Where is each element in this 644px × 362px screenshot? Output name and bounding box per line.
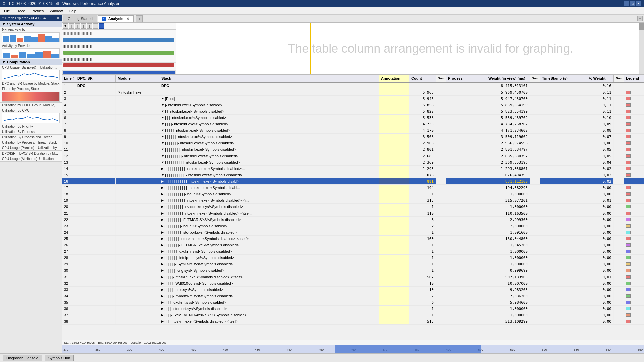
table-row[interactable]: 35 ▶| | | |- dxgkrnl.sys!<Symbols disabl… (62, 299, 644, 306)
left-item-util-proc-thread[interactable]: Utilization By Process and Thread (0, 135, 62, 140)
table-row[interactable]: 27 ▶| | | | | | |- dxgkrnl.sys!<Symbols … (62, 248, 644, 255)
timeline-btn-4[interactable]: | (81, 23, 86, 29)
th-dpc[interactable]: DPC/ISR (75, 75, 116, 82)
th-weight[interactable]: Weight (in view) (ms) (486, 75, 530, 82)
table-row[interactable]: 23 ▶| | | | | | | | |- hal.dll!<Symbols … (62, 223, 644, 229)
table-row[interactable]: 14 ▶| | | | | | | | | | |- ntoskrnl.exe!… (62, 166, 644, 172)
left-item-util-priority[interactable]: Utilization By Priority (0, 124, 62, 129)
menu-window[interactable]: Window (47, 8, 65, 14)
th-annotation[interactable]: Annotation (379, 75, 409, 82)
table-row[interactable]: 17 ▶| | | | | | | | | | | |- ntoskrnl.ex… (62, 185, 644, 191)
th-line-label: Line # (64, 76, 75, 80)
diagnostic-console-button[interactable]: Diagnostic Console (3, 355, 42, 361)
left-item-flame[interactable]: Flame by Process, Stack (0, 86, 62, 103)
table-row[interactable]: 36 ▶| | | |- storport.sys!<Symbols disab… (62, 306, 644, 312)
table-row[interactable]: 13 ▼| | | | | | | | | |- ntoskrnl.exe!<S… (62, 159, 644, 166)
table-row[interactable]: 34 ▶| | | | |- nvlddmkm.sys!<Symbols dis… (62, 293, 644, 299)
graph-explorer-close[interactable]: ✕ (57, 16, 60, 20)
left-item-dpc-isr[interactable]: DPC and ISR Usage by Module, Stack (0, 81, 62, 86)
table-row[interactable]: 5 ▼| |- ntoskrnl.exe!<Symbols disabled> … (62, 108, 644, 115)
th-line[interactable]: Line # (62, 75, 75, 82)
table-row[interactable]: 20 ▶| | | | | | | | | |- nvlddmkm.sys!<S… (62, 204, 644, 210)
menu-profiles[interactable]: Profiles (29, 8, 46, 14)
timeline-track[interactable]: 370 380 390 400 410 420 430 440 450 460 … (62, 345, 644, 353)
timeline-btn-3[interactable]: | (75, 23, 80, 29)
table-row[interactable]: 2 ▼ntoskrnl.exe 5 968 5 969,450700 0,11 (62, 89, 644, 96)
left-item-coff[interactable]: Utilization by COFF Group, Module,... (0, 103, 62, 108)
table-row[interactable]: 12 ▼| | | | | | | | |- ntoskrnl.exe!<Sym… (62, 153, 644, 159)
section-computation[interactable]: ▼ Computation (0, 59, 62, 65)
th-legend[interactable]: Legend (624, 75, 644, 82)
bottom-timeline: Start: 369,870143600s End: 560,425436800… (62, 340, 644, 353)
minimize-button[interactable]: — (624, 1, 629, 6)
table-row[interactable]: 9 ▼| | | | | |- ntoskrnl.exe!<Symbols di… (62, 134, 644, 140)
th-process[interactable]: Process (446, 75, 486, 82)
table-row-selected[interactable]: 16 ▶| | | | | | | | | | | |- ntoskrnl.ex… (62, 178, 644, 185)
table-row[interactable]: 24 ▶| | | | | | | | |- storport.sys!<Sym… (62, 229, 644, 236)
menu-trace[interactable]: Trace (13, 8, 28, 14)
table-row[interactable]: 37 ▶| | | |- SYMEVENT64x86.SYS!<Symbols … (62, 312, 644, 318)
left-item-util-proc-thread-stack[interactable]: Utilization by Process, Thread, Stack (0, 140, 62, 145)
table-row[interactable]: 26 ▶| | | | | | | |- FLTMGR.SYS!<Symbols… (62, 242, 644, 248)
table-row[interactable]: 31 ▶| | | | |- ntoskrnl.exe!<Symbols dis… (62, 274, 644, 280)
th-stack[interactable]: Stack (159, 75, 379, 82)
table-row[interactable]: 15 ▼| | | | | | | | | | |- ntoskrnl.exe!… (62, 172, 644, 178)
panel-right-button[interactable]: ≡ (637, 16, 643, 21)
section-system-activity[interactable]: ▼ System Activity (0, 21, 62, 27)
timeline-btn-1[interactable]: ▼ (63, 23, 68, 29)
table-row[interactable]: 10 ▼| | | | | | |- ntoskrnl.exe!<Symbols… (62, 140, 644, 146)
table-row[interactable]: 32 ▶| | | | |- Wdf01000.sys!<Symbols dis… (62, 280, 644, 287)
table-row[interactable]: 11 ▼| | | | | | | |- ntoskrnl.exe!<Symbo… (62, 146, 644, 153)
tab-getting-started[interactable]: Getting Started (63, 15, 97, 22)
th-module[interactable]: Module (116, 75, 159, 82)
left-item-generic-events[interactable]: Generic Events (0, 27, 62, 43)
table-row[interactable]: 25 ▶| | | | | | | |- ntoskrnl.exe!<Symbo… (62, 236, 644, 242)
title-text: XL-PC.04-03-2020.01-08-15.etl - Windows … (3, 1, 119, 6)
th-count[interactable]: Count (409, 75, 436, 82)
table-row[interactable]: 21 ▶| | | | | | | | | |- ntoskrnl.exe!<S… (62, 210, 644, 217)
new-tab-button[interactable]: + (136, 15, 143, 22)
table-row[interactable]: 4 ▼|- ntoskrnl.exe!<Symbols disabled> 5 … (62, 102, 644, 108)
table-row[interactable]: 38 ▶| | |- ntoskrnl.exe!<Symbols disable… (62, 318, 644, 325)
table-row[interactable]: 22 ▶| | | | | | | | |- FLTMGR.SYS!<Symbo… (62, 217, 644, 223)
menu-file[interactable]: File (1, 8, 13, 14)
th-pctweight[interactable]: % Weight (587, 75, 614, 82)
tab-close-button[interactable]: ✕ (126, 17, 129, 21)
title-bar: XL-PC.04-03-2020.01-08-15.etl - Windows … (0, 0, 644, 7)
left-item-dpc-isr2[interactable]: DPC/ISR DPC/ISR Duration by Mod... (0, 151, 62, 156)
table-row[interactable]: 28 ▶| | | | | | |- intelppm.sys!<Symbols… (62, 255, 644, 261)
table-row[interactable]: 30 ▶| | | | | |- cng.sys!<Symbols disabl… (62, 267, 644, 274)
maximize-button[interactable]: □ (630, 1, 635, 6)
table-row[interactable]: 8 ▼| | | | |- ntoskrnl.exe!<Symbols disa… (62, 127, 644, 134)
th-sum2[interactable]: Sum (530, 75, 540, 82)
left-item-cpu-precise[interactable]: CPU Usage (Precise) Utilization by... (0, 145, 62, 151)
timeline-btn-5[interactable]: | (87, 23, 92, 29)
th-sum3[interactable]: Sum (614, 75, 624, 82)
th-sum1[interactable]: Sum (436, 75, 446, 82)
table-row[interactable]: 6 ▼| | |- ntoskrnl.exe!<Symbols disabled… (62, 115, 644, 121)
table-row[interactable]: 29 ▶| | | | | |- SymEvnt.sys!<Symbols di… (62, 261, 644, 267)
th-timestamp[interactable]: TimeStamp (s) (540, 75, 587, 82)
timeline-bar-1 (63, 38, 174, 42)
timeline-btn-2[interactable]: | (69, 23, 74, 29)
table-row[interactable]: 1 DPC DPC 8 415,013101 0,16 (62, 83, 644, 89)
menu-help[interactable]: Help (66, 8, 79, 14)
timeline-scroll-thumb[interactable] (63, 71, 175, 74)
graph-scrollbar[interactable] (639, 23, 644, 74)
symbols-hub-button[interactable]: Symbols Hub (45, 355, 74, 361)
left-item-util-process[interactable]: Utilization By Process (0, 129, 62, 135)
timeline-selection[interactable] (335, 345, 481, 353)
table-row[interactable]: 3 ▼[Root] 5 946 5 947,450700 0,11 (62, 96, 644, 102)
left-item-cpu-sampled[interactable]: CPU Usage (Sampled) Utilization... (0, 65, 62, 81)
left-item-activity-provider[interactable]: Activity by Provide... (0, 43, 62, 59)
table-row[interactable]: 18 ▶| | | | | | | | | | |- hal.dll!<Symb… (62, 191, 644, 197)
table-row[interactable]: 33 ▶| | | | |- ndis.sys!<Symbols disable… (62, 287, 644, 293)
tab-analysis[interactable]: 1 Analysis ✕ (98, 15, 134, 22)
table-row[interactable]: 7 ▼| | | |- ntoskrnl.exe!<Symbols disabl… (62, 121, 644, 127)
left-item-util-cpu[interactable]: Utilization By CPU (0, 108, 62, 124)
timeline-btn-6[interactable]: ⋮ (93, 23, 98, 29)
close-button[interactable]: ✕ (636, 1, 641, 6)
scrollbar-thumb[interactable] (639, 23, 644, 30)
table-row[interactable]: 19 ▶| | | | | | | | | | |- ntoskrnl.exe!… (62, 197, 644, 204)
left-item-cpu-attributed[interactable]: CPU Usage (Attributed) Utilization... (0, 156, 62, 162)
